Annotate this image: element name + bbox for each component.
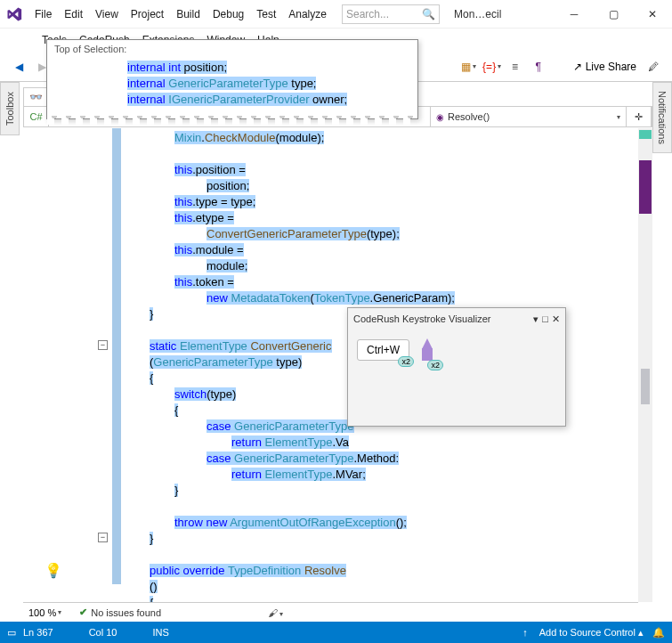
outline-toggle[interactable]: −: [98, 533, 108, 542]
live-share-icon: ↗: [573, 61, 582, 73]
search-input[interactable]: Search... 🔍: [342, 4, 440, 24]
breadcrumb-member[interactable]: ◉ Resolve() ▾: [431, 107, 627, 126]
toolbar-bracket-icon[interactable]: ▦ ▾: [458, 56, 480, 77]
toolbar-para-icon[interactable]: ¶: [528, 56, 549, 77]
menu-debug[interactable]: Debug: [206, 4, 250, 24]
nav-back-button[interactable]: ◀: [8, 56, 29, 77]
popup-close-button[interactable]: ✕: [552, 313, 560, 325]
search-icon: 🔍: [422, 8, 435, 20]
feedback-button[interactable]: 🖉: [643, 56, 664, 77]
issues-indicator[interactable]: ✔ No issues found: [79, 606, 161, 618]
menu-analyze[interactable]: Analyze: [282, 4, 333, 24]
status-line[interactable]: Ln 367: [23, 627, 53, 638]
popup-maximize-button[interactable]: □: [542, 313, 548, 325]
live-share-button[interactable]: ↗ Live Share: [568, 61, 642, 73]
minimize-button[interactable]: ─: [555, 1, 594, 28]
menu-project[interactable]: Project: [125, 4, 170, 24]
status-bar: ▭ Ln 367 Col 10 INS ↑ Add to Source Cont…: [0, 622, 672, 643]
menu-build[interactable]: Build: [170, 4, 206, 24]
outline-toggle[interactable]: −: [98, 340, 108, 350]
vs-logo: [0, 0, 28, 28]
breadcrumb-split-button[interactable]: ✛: [627, 107, 652, 126]
menu-view[interactable]: View: [89, 4, 125, 24]
keystroke-count-badge: x2: [398, 356, 414, 367]
menu-test[interactable]: Test: [250, 4, 282, 24]
notifications-button[interactable]: 🔔: [652, 627, 665, 639]
zoom-selector[interactable]: 100 %▾: [28, 607, 61, 618]
vertical-scrollbar[interactable]: [638, 128, 652, 602]
crystal-icon: [418, 338, 436, 362]
toolbar-list-icon[interactable]: ≡: [505, 56, 526, 77]
breadcrumb-member-label: Resolve(): [448, 111, 490, 122]
maximize-button[interactable]: ▢: [594, 1, 633, 28]
check-icon: ✔: [79, 606, 87, 618]
peek-button[interactable]: 👓: [23, 87, 48, 107]
status-window-icon[interactable]: ▭: [7, 627, 16, 639]
lightbulb-icon[interactable]: 💡: [45, 563, 62, 579]
source-control-button[interactable]: ↑ Add to Source Control ▴: [522, 627, 644, 639]
popup-header: Top of Selection:: [47, 40, 417, 58]
selection-preview-popup: Top of Selection: internal int position;…: [46, 39, 418, 119]
solution-name[interactable]: Mon…ecil: [454, 8, 501, 20]
notifications-panel-tab[interactable]: Notifications: [652, 82, 672, 153]
search-placeholder: Search...: [346, 8, 389, 20]
toolbox-panel-tab[interactable]: Toolbox: [0, 82, 20, 135]
close-button[interactable]: ✕: [633, 1, 672, 28]
status-ins[interactable]: INS: [152, 627, 168, 638]
crystal-count-badge: x2: [427, 360, 443, 370]
keystroke-title: CodeRush Keystroke Visualizer: [353, 313, 490, 324]
live-share-label: Live Share: [586, 61, 636, 73]
breadcrumb-lang[interactable]: C#: [24, 107, 49, 126]
keystroke-visualizer-window[interactable]: CodeRush Keystroke Visualizer ▾ □ ✕ Ctrl…: [347, 307, 566, 427]
brush-icon[interactable]: 🖌▾: [268, 607, 283, 618]
menu-edit[interactable]: Edit: [58, 4, 89, 24]
toolbar-braces-icon[interactable]: {=}▾: [482, 56, 503, 77]
method-icon: ◉: [436, 112, 444, 122]
keystroke-key: Ctrl+W x2: [357, 339, 409, 361]
status-col[interactable]: Col 10: [89, 627, 117, 638]
popup-dropdown-button[interactable]: ▾: [533, 313, 538, 325]
menu-file[interactable]: File: [28, 4, 58, 24]
